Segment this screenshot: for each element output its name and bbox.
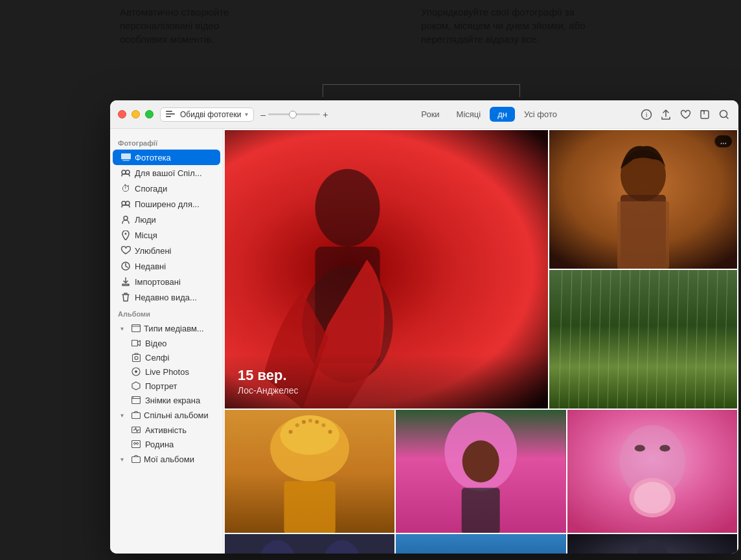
toolbar-actions: i (640, 108, 731, 121)
titlebar: Обидві фототеки ▾ – + Роки Місяці дн Усі… (110, 100, 738, 129)
photo-portraits-partial[interactable] (225, 534, 394, 554)
more-button[interactable]: ... (714, 135, 732, 148)
live-photos-icon (131, 366, 141, 377)
photo-rain[interactable] (549, 270, 737, 409)
sidebar-item-library[interactable]: Фототека (113, 150, 220, 165)
photo-portrait-top[interactable]: ... (549, 130, 737, 269)
sidebar-item-live-photos[interactable]: Live Photos (113, 364, 220, 379)
svg-point-18 (135, 370, 137, 373)
memories-icon: ⏱ (120, 183, 131, 194)
sidebar-label-memories: Спогади (135, 184, 167, 194)
sidebar-collapse-my-albums[interactable]: ▾ Мої альбоми (113, 451, 220, 467)
zoom-minus-button[interactable]: – (260, 109, 266, 120)
collapse-arrow-my-albums-icon: ▾ (120, 456, 128, 463)
rotate-icon[interactable] (698, 108, 711, 121)
svg-point-72 (634, 445, 644, 451)
tab-years[interactable]: Роки (413, 107, 447, 122)
places-icon (120, 230, 131, 240)
tab-days[interactable]: дн (490, 107, 515, 122)
library-sidebar-icon (120, 152, 131, 162)
zoom-slider: – + (260, 109, 328, 120)
svg-point-8 (122, 201, 126, 205)
svg-rect-76 (225, 534, 394, 554)
svg-point-16 (135, 357, 138, 360)
sidebar-item-shared-with-you[interactable]: Для вашої Спіл... (113, 165, 220, 181)
sidebar-label-imported: Імпортовані (135, 277, 181, 287)
svg-point-10 (124, 216, 128, 220)
photo-yellow-hat[interactable] (225, 410, 394, 533)
sidebar-item-screenshots[interactable]: Знімки екрана (113, 393, 220, 407)
svg-point-75 (633, 482, 670, 513)
sidebar-item-imported[interactable]: Імпортовані (113, 274, 220, 289)
right-column: ... (549, 130, 737, 409)
sidebar-label-shared-for: Поширено для... (135, 199, 200, 209)
svg-rect-15 (132, 355, 140, 362)
maximize-button[interactable] (145, 110, 154, 118)
view-tabs: Роки Місяці дн Усі фото (338, 107, 640, 122)
svg-point-9 (126, 201, 130, 205)
tab-months[interactable]: Місяці (449, 107, 489, 122)
svg-rect-79 (396, 534, 565, 554)
sidebar-item-selfie[interactable]: Селфі (113, 350, 220, 364)
sidebar-label-recent: Недавні (135, 262, 166, 271)
sidebar-item-shared-for[interactable]: Поширено для... (113, 196, 220, 212)
sidebar-item-people[interactable]: Люди (113, 212, 220, 227)
grid-row-3 (225, 534, 737, 554)
search-icon[interactable] (718, 108, 731, 121)
info-icon[interactable]: i (640, 108, 653, 121)
share-icon[interactable] (659, 108, 672, 121)
family-icon (131, 439, 141, 449)
svg-rect-13 (132, 325, 141, 332)
sidebar-collapse-shared-albums[interactable]: ▾ Спільні альбоми (113, 407, 220, 423)
library-selector[interactable]: Обидві фототеки ▾ (160, 107, 254, 122)
photo-date: 15 вер. (238, 367, 535, 384)
zoom-plus-button[interactable]: + (323, 109, 328, 120)
close-button[interactable] (118, 110, 126, 118)
sidebar-item-video[interactable]: Відео (113, 336, 220, 350)
activity-icon (131, 425, 141, 435)
zoom-track[interactable] (268, 113, 320, 115)
sidebar-item-recent[interactable]: Недавні (113, 258, 220, 274)
svg-point-6 (122, 170, 126, 174)
screenshots-icon (131, 395, 141, 405)
photo-ocean[interactable] (396, 534, 565, 554)
my-albums-icon (131, 454, 141, 464)
sidebar-item-activity[interactable]: Активність (113, 423, 220, 437)
sidebar-item-recently-deleted[interactable]: Недавно вида... (113, 289, 220, 305)
grid-container: 15 вер. Лос-Анджелес (223, 129, 738, 554)
zoom-thumb[interactable] (289, 111, 297, 118)
tab-all[interactable]: Усі фото (516, 107, 565, 122)
sidebar-label-shared-albums: Спільні альбоми (144, 410, 209, 420)
tooltip-right: Упорядковуйте свої фотографії за роком, … (421, 5, 596, 46)
library-icon (166, 111, 176, 118)
collapse-arrow-shared-icon: ▾ (120, 412, 128, 419)
sidebar-label-favorites: Улюблені (135, 246, 171, 256)
photo-location: Лос-Анджелес (238, 385, 535, 396)
photo-pink-afro[interactable] (396, 410, 565, 533)
sidebar-item-memories[interactable]: ⏱ Спогади (113, 181, 220, 196)
sidebar-label-library: Фототека (135, 153, 171, 162)
svg-rect-4 (121, 153, 131, 159)
svg-rect-21 (132, 413, 141, 419)
sidebar-collapse-media-types[interactable]: ▾ Типи медіавм... (113, 320, 220, 336)
sidebar-label-my-albums: Мої альбоми (144, 454, 194, 464)
svg-point-28 (315, 169, 380, 247)
svg-rect-5 (122, 160, 130, 161)
photo-main[interactable]: 15 вер. Лос-Анджелес (225, 130, 548, 409)
sidebar-item-portrait[interactable]: Портрет (113, 379, 220, 393)
favorites-icon (120, 245, 131, 256)
heart-icon[interactable] (679, 108, 692, 121)
trash-icon (120, 292, 131, 302)
svg-rect-14 (132, 341, 138, 346)
sidebar-item-family[interactable]: Родина (113, 437, 220, 451)
sidebar-item-places[interactable]: Місця (113, 227, 220, 243)
grid-row-1: 15 вер. Лос-Анджелес (225, 130, 737, 409)
photo-bubble[interactable] (567, 410, 737, 533)
sidebar-label-recently-deleted: Недавно вида... (135, 293, 197, 302)
minimize-button[interactable] (131, 110, 140, 118)
svg-point-61 (315, 420, 319, 424)
svg-rect-64 (284, 481, 336, 533)
recent-icon (120, 261, 131, 271)
photo-dark-portrait[interactable] (567, 534, 737, 554)
sidebar-item-favorites[interactable]: Улюблені (113, 243, 220, 258)
